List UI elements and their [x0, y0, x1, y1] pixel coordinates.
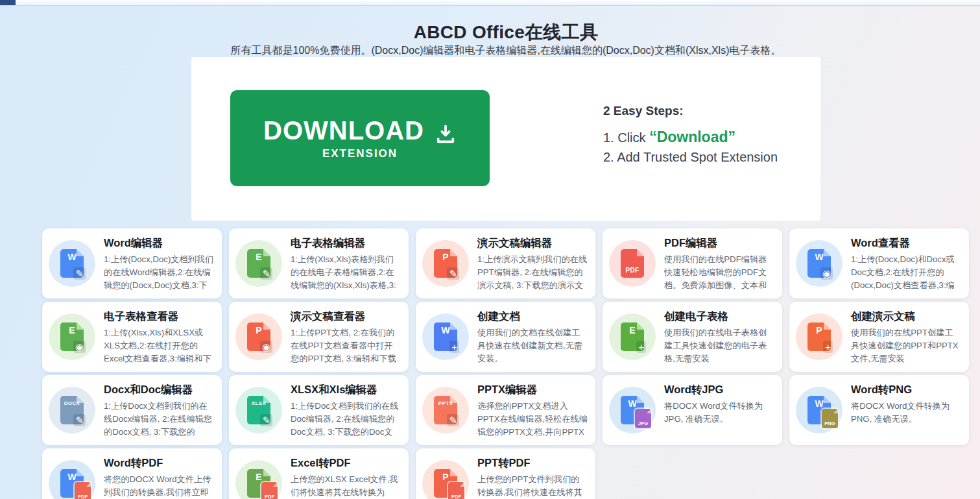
tool-card[interactable]: P ✎ 演示文稿编辑器 1:上传演示文稿到我们的在线PPT编辑器, 2:在线编辑… — [416, 228, 595, 298]
step-1-download-link[interactable]: “Download” — [649, 128, 735, 145]
browser-corner-chip — [0, 0, 16, 5]
tool-card[interactable]: W JPG Word转JPG 将DOCX Word文件转换为JPG, 准确无误。 — [603, 375, 782, 445]
ppt-to-pdf-icon: P PDF — [422, 460, 469, 499]
tool-card-title: PPTX编辑器 — [477, 383, 588, 397]
tool-card-title: Word转PNG — [851, 383, 961, 397]
spreadsheet-editor-icon: E ✎ — [235, 240, 282, 287]
tool-card-description: 使用我们的文档在线创建工具快速在线创建新文档,无需安装。 — [477, 326, 588, 365]
tool-card-title: Excel转PDF — [291, 456, 401, 470]
tool-card[interactable]: PPTX ✎ PPTX编辑器 选择您的PPTX文档进入PPTX在线编辑器,轻松在… — [416, 375, 595, 445]
tool-card-title: Word编辑器 — [104, 236, 214, 250]
tool-card-title: PDF编辑器 — [664, 236, 774, 250]
download-extension-button[interactable]: DOWNLOAD EXTENSION — [230, 90, 490, 186]
top-strip — [0, 0, 980, 6]
tool-card-title: Docx和Doc编辑器 — [104, 383, 214, 397]
tool-card-description: 将DOCX Word文件转换为PNG, 准确无误。 — [851, 400, 961, 426]
download-button-sublabel: EXTENSION — [322, 147, 398, 160]
tool-card-description: 上传您的XLSX Excel文件,我们将快速将其在线转换为PDF文件 — [291, 473, 401, 499]
word-viewer-icon: W ◉ — [796, 240, 843, 287]
pdf-editor-icon: PDF — [609, 240, 656, 287]
tool-card-description: 1:上传演示文稿到我们的在线PPT编辑器, 2:在线编辑您的演示文稿, 3:下载… — [477, 253, 588, 292]
tool-card[interactable]: E ✎ 电子表格编辑器 1:上传(Xlsx,Xls)表格到我们的在线电子表格编辑… — [229, 228, 409, 298]
tool-card-description: 1:上传(Xlsx,Xls)和XLSX或XLS文档,2:在线打开您的Excel文… — [104, 326, 214, 365]
download-icon — [435, 123, 457, 145]
word-editor-icon: W ✎ — [49, 240, 95, 287]
create-spreadsheet-icon: E + — [609, 313, 656, 360]
tool-card-description: 1:上传PPT文档, 2:在我们的在线PPT文档查看器中打开您的PPT文档, 3… — [291, 326, 401, 365]
tool-card-description: 1:上传(Docx,Doc)文档到我们的在线Word编辑器,2:在线编辑您的(D… — [104, 253, 214, 292]
docx-doc-editor-icon: DOCX ✎ — [49, 387, 95, 433]
tool-card-description: 1:上传(Docx,Doc)和Docx或Doc文档,2:在线打开您的(Docx,… — [851, 253, 961, 292]
download-button-label: DOWNLOAD — [263, 116, 424, 145]
word-to-pdf-icon: W PDF — [49, 460, 95, 499]
tool-card-title: 创建文档 — [477, 310, 588, 324]
tool-card[interactable]: W ◉ Word查看器 1:上传(Docx,Doc)和Docx或Doc文档,2:… — [789, 228, 969, 298]
easy-steps: 2 Easy Steps: 1. Click “Download” 2. Add… — [603, 104, 778, 165]
tool-card-title: XLSX和Xls编辑器 — [291, 383, 401, 397]
pptx-editor-icon: PPTX ✎ — [422, 387, 469, 433]
excel-to-pdf-icon: E PDF — [235, 460, 282, 499]
tool-card[interactable]: E + 创建电子表格 使用我们的在线电子表格创建工具快速创建您的电子表格,无需安… — [603, 302, 782, 372]
word-to-jpg-icon: W JPG — [609, 387, 656, 433]
tool-card[interactable]: XLSX ✎ XLSX和Xls编辑器 1:上传Doc文档到我们的在线Doc编辑器… — [229, 375, 409, 445]
step-1-text: 1. Click — [603, 130, 649, 145]
tool-card[interactable]: W + 创建文档 使用我们的文档在线创建工具快速在线创建新文档,无需安装。 — [416, 302, 595, 372]
tool-card[interactable]: W PDF Word转PDF 将您的DOCX Word文件上传到我们的转换器,我… — [42, 448, 222, 499]
step-2: 2. Add Trusted Spot Extension — [603, 150, 778, 165]
tool-card[interactable]: P + 创建演示文稿 使用我们的在线PPT创建工具快速创建您的PPT和PPTX文… — [789, 302, 969, 372]
page-subtitle: 所有工具都是100%免费使用。(Docx,Doc)编辑器和电子表格编辑器,在线编… — [94, 44, 918, 58]
spreadsheet-viewer-icon: E ◉ — [49, 313, 95, 360]
presentation-viewer-icon: P ◉ — [235, 313, 282, 360]
tool-card-description: 使用我们的在线PDF编辑器快速轻松地编辑您的PDF文档。免费添加图像、文本和注释… — [664, 253, 774, 292]
hero-box: DOWNLOAD EXTENSION 2 Easy Steps: 1. Clic… — [191, 57, 820, 221]
tool-card-title: 演示文稿查看器 — [291, 310, 401, 324]
tool-card[interactable]: DOCX ✎ Docx和Doc编辑器 1:上传Docx文档到我们的在线Docx编… — [42, 375, 222, 445]
tool-card-title: 创建演示文稿 — [851, 310, 961, 324]
tool-card-description: 选择您的PPTX文档进入PPTX在线编辑器,轻松在线编辑您的PPTX文档,并向P… — [477, 400, 588, 439]
tool-card-description: 使用我们的在线电子表格创建工具快速创建您的电子表格,无需安装 — [664, 326, 774, 365]
tool-card-title: Word转JPG — [664, 383, 774, 397]
word-to-png-icon: W PNG — [796, 387, 843, 433]
create-document-icon: W + — [422, 313, 469, 360]
tool-card-description: 将DOCX Word文件转换为JPG, 准确无误。 — [664, 400, 774, 426]
tool-card-description: 上传您的PPT文件到我们的转换器,我们将快速在线将其转换为PDF — [477, 473, 588, 499]
tool-card-description: 将您的DOCX Word文件上传到我们的转换器,我们将立即将其在线转换... — [104, 473, 214, 499]
step-1: 1. Click “Download” — [603, 128, 778, 146]
steps-heading: 2 Easy Steps: — [603, 104, 778, 118]
tools-grid: W ✎ Word编辑器 1:上传(Docx,Doc)文档到我们的在线Word编辑… — [42, 228, 969, 499]
tool-card[interactable]: W PNG Word转PNG 将DOCX Word文件转换为PNG, 准确无误。 — [789, 375, 969, 445]
tool-card[interactable]: E ◉ 电子表格查看器 1:上传(Xlsx,Xls)和XLSX或XLS文档,2:… — [42, 302, 222, 372]
tool-card-title: 演示文稿编辑器 — [477, 236, 588, 250]
tool-card-title: Word转PDF — [104, 456, 214, 470]
tool-card-description: 1:上传Doc文档到我们的在线Doc编辑器, 2:在线编辑您的Doc文档, 3:… — [291, 400, 401, 439]
tool-card[interactable]: PDF PDF编辑器 使用我们的在线PDF编辑器快速轻松地编辑您的PDF文档。免… — [603, 228, 782, 298]
tool-card-title: 创建电子表格 — [664, 310, 774, 324]
tool-card-title: 电子表格编辑器 — [291, 236, 401, 250]
tool-card[interactable]: W ✎ Word编辑器 1:上传(Docx,Doc)文档到我们的在线Word编辑… — [42, 228, 222, 298]
tool-card[interactable]: P PDF PPT转PDF 上传您的PPT文件到我们的转换器,我们将快速在线将其… — [416, 448, 595, 499]
page-title: ABCD Office在线工具 — [191, 20, 820, 45]
tool-card-description: 使用我们的在线PPT创建工具快速创建您的PPT和PPTX文件,无需安装 — [851, 326, 961, 365]
tool-card-title: 电子表格查看器 — [104, 310, 214, 324]
tool-card-description: 1:上传Docx文档到我们的在线Docx编辑器, 2:在线编辑您的Docx文档,… — [104, 400, 214, 439]
xlsx-xls-editor-icon: XLSX ✎ — [235, 387, 282, 433]
tool-card-title: Word查看器 — [851, 236, 961, 250]
tool-card[interactable]: E PDF Excel转PDF 上传您的XLSX Excel文件,我们将快速将其… — [229, 448, 409, 499]
tool-card-title: PPT转PDF — [477, 456, 588, 470]
tool-card-description: 1:上传(Xlsx,Xls)表格到我们的在线电子表格编辑器,2:在线编辑您的(X… — [291, 253, 401, 292]
create-presentation-icon: P + — [796, 313, 843, 360]
presentation-editor-icon: P ✎ — [422, 240, 469, 287]
tool-card[interactable]: P ◉ 演示文稿查看器 1:上传PPT文档, 2:在我们的在线PPT文档查看器中… — [229, 302, 409, 372]
